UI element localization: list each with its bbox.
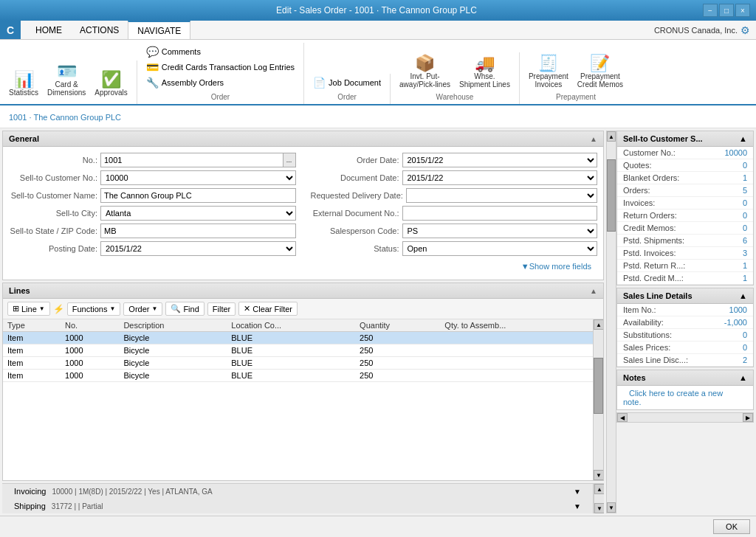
- sell-to-city-select[interactable]: Atlanta: [100, 206, 296, 221]
- restore-button[interactable]: □: [719, 4, 734, 17]
- rp-value[interactable]: 1000: [729, 305, 747, 314]
- show-more-label: Show more fields: [529, 262, 591, 271]
- rp-value[interactable]: 0: [743, 198, 747, 207]
- main-scroll-thumb[interactable]: [607, 159, 616, 232]
- sell-to-rows: Customer No.:10000Quotes:0Blanket Orders…: [617, 147, 753, 285]
- rp-row: Substitutions:0: [617, 329, 753, 342]
- nav-logo: C: [0, 21, 21, 39]
- rp-value[interactable]: 0: [743, 211, 747, 220]
- document-date-select[interactable]: 2015/1/22: [402, 170, 598, 185]
- prepayment-credit-memos-button[interactable]: 📝 PrepaymentCredit Memos: [574, 54, 626, 90]
- credit-cards-button[interactable]: 💳 Credit Cards Transaction Log Entries: [143, 60, 298, 75]
- general-section-header[interactable]: General ▲: [3, 131, 603, 147]
- shipping-tab[interactable]: Shipping 31772 | | Partial ▼: [2, 499, 594, 513]
- cell-quantity: 250: [355, 344, 440, 357]
- bottom-scroll-up[interactable]: ▲: [594, 484, 604, 494]
- invt-button[interactable]: 📦 Invt. Put-away/Pick-lines: [396, 54, 453, 90]
- rp-label: Pstd. Return R...:: [623, 261, 685, 270]
- order-button[interactable]: Order ▼: [123, 302, 162, 316]
- order-dropdown-icon: ▼: [151, 305, 157, 312]
- rp-value[interactable]: 1: [743, 261, 747, 270]
- posting-date-select[interactable]: 2015/1/22: [100, 241, 296, 256]
- prepayment-invoices-button[interactable]: 🧾 PrepaymentInvoices: [526, 54, 571, 90]
- sell-to-customer-no-select[interactable]: 10000: [100, 170, 296, 185]
- card-button[interactable]: 🪪 Card &Dimensions: [44, 62, 89, 98]
- rp-value[interactable]: 3: [743, 249, 747, 257]
- lines-scroll-down[interactable]: ▼: [594, 470, 603, 480]
- rp-value[interactable]: 6: [743, 236, 747, 245]
- job-doc-icon: 📄: [313, 77, 326, 89]
- statistics-button[interactable]: 📊 Statistics: [6, 70, 41, 98]
- salesperson-code-select[interactable]: PS: [402, 224, 598, 238]
- tab-navigate[interactable]: NAVIGATE: [128, 21, 190, 39]
- job-doc-button[interactable]: 📄 Job Document: [310, 75, 384, 90]
- rp-value[interactable]: 0: [743, 343, 747, 352]
- approvals-button[interactable]: ✅ Approvals: [92, 70, 130, 98]
- whse-shipment-button[interactable]: 🚚 Whse.Shipment Lines: [456, 54, 513, 90]
- sell-to-customer-header[interactable]: Sell-to Customer S... ▲: [617, 131, 753, 147]
- lines-scrollbar-v[interactable]: ▲ ▼: [593, 319, 603, 480]
- ok-button[interactable]: OK: [713, 519, 750, 534]
- main-scroll-down[interactable]: ▼: [607, 502, 616, 513]
- show-more-fields[interactable]: ▼ Show more fields: [9, 259, 597, 274]
- lines-section-header[interactable]: Lines ▲: [3, 283, 603, 299]
- tab-actions[interactable]: ACTIONS: [71, 21, 128, 39]
- status-select[interactable]: Open: [402, 241, 598, 256]
- job-doc-label: Job Document: [329, 78, 381, 87]
- functions-button[interactable]: Functions ▼: [67, 302, 121, 316]
- sell-to-customer-name-input[interactable]: [100, 188, 296, 203]
- external-document-no-label: External Document No.:: [311, 209, 399, 218]
- rp-label: Customer No.:: [623, 148, 676, 157]
- rp-value[interactable]: 5: [743, 186, 747, 195]
- table-row[interactable]: Item1000BicycleBLUE250: [3, 332, 593, 344]
- assembly-orders-label: Assembly Orders: [162, 78, 224, 87]
- table-row[interactable]: Item1000BicycleBLUE250: [3, 357, 593, 370]
- rp-value[interactable]: -1,000: [724, 318, 747, 327]
- rp-value[interactable]: 0: [743, 224, 747, 232]
- assembly-orders-button[interactable]: 🔧 Assembly Orders: [143, 75, 298, 90]
- order-date-select[interactable]: 2015/1/22: [402, 153, 598, 167]
- create-note-link[interactable]: Click here to create a new note.: [623, 386, 723, 409]
- requested-delivery-date-select[interactable]: [406, 188, 597, 203]
- rp-value[interactable]: 2: [743, 356, 747, 364]
- clear-filter-button[interactable]: ✕ Clear Filter: [238, 302, 298, 316]
- comments-button[interactable]: 💬 Comments: [143, 44, 298, 59]
- right-scrollbar-h[interactable]: ◀ ▶: [616, 412, 754, 423]
- right-scroll-right[interactable]: ▶: [743, 413, 753, 422]
- main-scroll-up[interactable]: ▲: [607, 131, 616, 142]
- col-location: Location Co...: [227, 319, 355, 332]
- main-scrollbar-v[interactable]: ▲ ▼: [606, 131, 616, 513]
- lines-scroll-thumb[interactable]: [594, 358, 603, 414]
- rp-value[interactable]: 0: [743, 330, 747, 339]
- cell-description: Bicycle: [119, 357, 227, 370]
- field-no: No.: ...: [9, 153, 296, 167]
- sell-to-state-zip-input[interactable]: [100, 224, 296, 238]
- rp-value[interactable]: 0: [743, 161, 747, 170]
- external-document-no-input[interactable]: [402, 206, 598, 221]
- rp-label: Availability:: [623, 318, 664, 327]
- col-description: Description: [119, 319, 227, 332]
- bottom-scroll-down[interactable]: ▼: [594, 503, 604, 513]
- bottom-scrollbar-v[interactable]: ▲ ▼: [594, 484, 604, 513]
- tab-home[interactable]: HOME: [27, 21, 71, 39]
- no-input[interactable]: [100, 153, 283, 167]
- close-button[interactable]: ×: [735, 4, 750, 17]
- line-button[interactable]: ⊞ Line ▼: [7, 302, 50, 316]
- invoicing-tab[interactable]: Invoicing 10000 | 1M(8D) | 2015/2/22 | Y…: [2, 484, 594, 499]
- rp-value[interactable]: 10000: [724, 148, 747, 157]
- lines-scroll-area[interactable]: Type No. Description Location Co... Quan…: [3, 319, 593, 480]
- find-button[interactable]: 🔍 Find: [165, 302, 204, 316]
- no-lookup-button[interactable]: ...: [283, 153, 296, 167]
- main-content: General ▲ No.: ...: [0, 128, 756, 516]
- filter-button[interactable]: Filter: [207, 302, 236, 316]
- table-row[interactable]: Item1000BicycleBLUE250: [3, 344, 593, 357]
- right-scroll-left[interactable]: ◀: [617, 413, 628, 422]
- minimize-button[interactable]: −: [703, 4, 718, 17]
- table-row[interactable]: Item1000BicycleBLUE250: [3, 370, 593, 382]
- rp-row: Pstd. Invoices:3: [617, 247, 753, 260]
- rp-value[interactable]: 1: [743, 274, 747, 283]
- lines-scroll-up[interactable]: ▲: [594, 319, 603, 330]
- rp-value[interactable]: 1: [743, 173, 747, 182]
- sales-line-details-header[interactable]: Sales Line Details ▲: [617, 288, 753, 304]
- notes-header[interactable]: Notes ▲: [617, 370, 753, 386]
